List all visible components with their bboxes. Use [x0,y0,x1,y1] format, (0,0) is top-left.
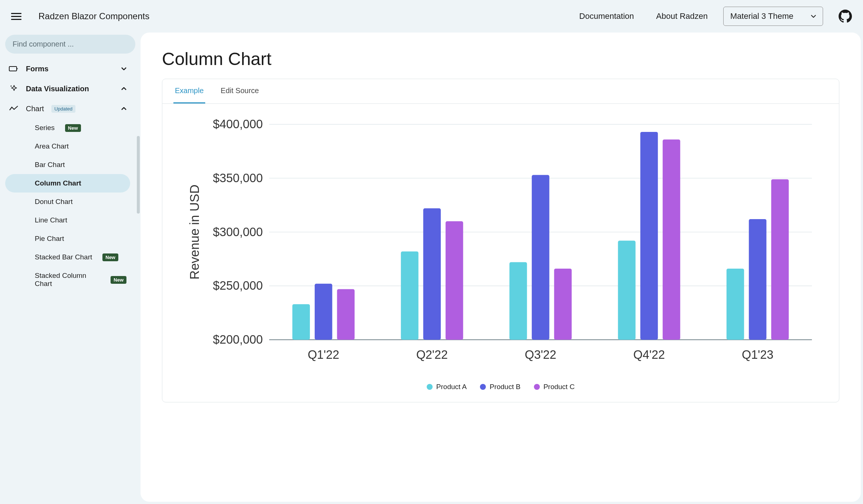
legend-dot [480,384,486,390]
sidebar: Find component ... Forms Data Visualizat… [0,33,141,504]
legend-dot [534,384,540,390]
theme-select[interactable]: Material 3 Theme [723,7,823,26]
nav-documentation[interactable]: Documentation [573,11,641,21]
bar[interactable] [532,175,549,340]
bar[interactable] [446,221,463,340]
chart: $200,000$250,000$300,000$350,000$400,000… [162,104,839,402]
legend-dot [427,384,433,390]
bar[interactable] [315,284,332,340]
bar[interactable] [292,304,310,340]
svg-text:Q4'22: Q4'22 [633,348,665,361]
theme-select-label: Material 3 Theme [730,11,793,21]
sidebar-item-stacked-bar-chart[interactable]: Stacked Bar Chart New [5,248,130,266]
svg-rect-0 [9,67,17,71]
tabs: Example Edit Source [162,79,839,104]
chevron-down-icon [121,67,126,70]
github-icon[interactable] [839,10,852,23]
main-content: Column Chart Example Edit Source $200,00… [141,33,861,502]
forms-icon [9,64,18,74]
svg-text:$300,000: $300,000 [213,225,263,239]
svg-text:$200,000: $200,000 [213,333,263,346]
tab-edit-source[interactable]: Edit Source [219,79,260,103]
legend-label: Product A [436,383,467,391]
scrollbar[interactable] [137,136,140,214]
legend-item[interactable]: Product A [427,383,467,391]
sidebar-item-stacked-column-chart[interactable]: Stacked Column Chart New [5,266,130,293]
legend-item[interactable]: Product C [534,383,575,391]
updated-badge: Updated [51,105,75,113]
new-badge: New [111,276,126,284]
svg-text:$350,000: $350,000 [213,171,263,185]
sidebar-item-data-visualization[interactable]: Data Visualization [5,79,130,99]
svg-text:Q2'22: Q2'22 [416,348,448,361]
svg-text:Q3'22: Q3'22 [525,348,556,361]
sidebar-item-bar-chart[interactable]: Bar Chart [5,156,130,174]
legend-item[interactable]: Product B [480,383,520,391]
sidebar-item-line-chart[interactable]: Line Chart [5,211,130,229]
sidebar-item-forms[interactable]: Forms [5,59,130,79]
legend-label: Product C [544,383,575,391]
chevron-up-icon [121,87,126,90]
sidebar-item-chart[interactable]: Chart Updated [5,99,130,119]
bar[interactable] [510,262,527,340]
chevron-up-icon [121,107,126,110]
sparkle-icon [9,84,18,93]
sidebar-nav: Forms Data Visualization Chart Updated [5,59,135,497]
demo-card: Example Edit Source $200,000$250,000$300… [162,79,839,402]
brand-title[interactable]: Radzen Blazor Components [38,11,149,21]
sidebar-item-series[interactable]: Series New [5,119,130,137]
sidebar-item-column-chart[interactable]: Column Chart [5,174,130,193]
svg-text:Q1'23: Q1'23 [742,348,773,361]
bar[interactable] [554,269,572,340]
sidebar-item-donut-chart[interactable]: Donut Chart [5,193,130,211]
legend-label: Product B [490,383,520,391]
sidebar-item-area-chart[interactable]: Area Chart [5,137,130,156]
tab-example[interactable]: Example [173,79,205,103]
bar[interactable] [423,208,441,340]
search-placeholder: Find component ... [13,40,74,48]
svg-text:Revenue in USD: Revenue in USD [187,184,202,279]
nav-about[interactable]: About Radzen [650,11,714,21]
search-input[interactable]: Find component ... [5,35,135,54]
sidebar-item-pie-chart[interactable]: Pie Chart [5,229,130,248]
menu-toggle-button[interactable] [11,13,21,20]
chevron-down-icon [811,15,816,18]
bar[interactable] [618,241,635,340]
header: Radzen Blazor Components Documentation A… [0,0,863,33]
bar[interactable] [337,289,355,340]
svg-text:Q1'22: Q1'22 [308,348,339,361]
bar[interactable] [401,251,418,340]
chart-legend: Product AProduct BProduct C [173,383,828,391]
new-badge: New [102,253,118,261]
bar[interactable] [663,139,680,340]
bar[interactable] [749,219,766,340]
column-chart-svg: $200,000$250,000$300,000$350,000$400,000… [173,116,828,372]
svg-text:$250,000: $250,000 [213,279,263,292]
chart-line-icon [9,104,18,113]
svg-text:$400,000: $400,000 [213,118,263,131]
new-badge: New [65,124,81,132]
bar[interactable] [727,269,744,340]
bar[interactable] [771,179,789,340]
page-title: Column Chart [162,49,839,69]
bar[interactable] [640,132,658,340]
